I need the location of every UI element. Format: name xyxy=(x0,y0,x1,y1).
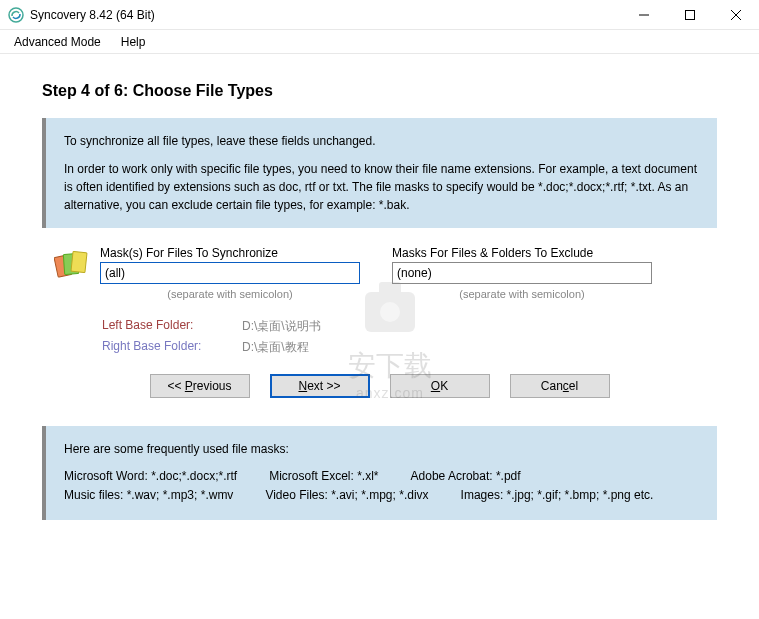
hint-video: Video Files: *.avi; *.mpg; *.divx xyxy=(265,486,428,505)
exclude-mask-input[interactable] xyxy=(392,262,652,284)
step-title: Step 4 of 6: Choose File Types xyxy=(42,82,717,100)
minimize-icon xyxy=(639,10,649,20)
right-folder-value: D:\桌面\教程 xyxy=(242,339,309,356)
close-button[interactable] xyxy=(713,0,759,30)
window-title: Syncovery 8.42 (64 Bit) xyxy=(30,8,621,22)
minimize-button[interactable] xyxy=(621,0,667,30)
svg-rect-7 xyxy=(71,251,87,272)
maximize-button[interactable] xyxy=(667,0,713,30)
sync-mask-input[interactable] xyxy=(100,262,360,284)
sync-mask-label: Mask(s) For Files To Synchronize xyxy=(100,246,360,260)
wizard-content: Step 4 of 6: Choose File Types To synchr… xyxy=(0,54,759,540)
wizard-buttons: << Previous Next >> OK Cancel xyxy=(42,374,717,398)
menu-help[interactable]: Help xyxy=(111,33,156,51)
hint-excel: Microsoft Excel: *.xl* xyxy=(269,467,378,486)
hints-row-2: Music files: *.wav; *.mp3; *.wmv Video F… xyxy=(64,486,699,505)
info-text-2: In order to work only with specific file… xyxy=(64,160,699,214)
menubar: Advanced Mode Help xyxy=(0,30,759,54)
hints-row-1: Microsoft Word: *.doc;*.docx;*.rtf Micro… xyxy=(64,467,699,486)
previous-button[interactable]: << Previous xyxy=(150,374,250,398)
exclude-mask-column: Masks For Files & Folders To Exclude (se… xyxy=(392,246,652,300)
left-folder-value: D:\桌面\说明书 xyxy=(242,318,321,335)
exclude-mask-hint: (separate with semicolon) xyxy=(392,288,652,300)
hint-acrobat: Adobe Acrobat: *.pdf xyxy=(411,467,521,486)
right-path-row: Right Base Folder: D:\桌面\教程 xyxy=(102,339,717,356)
mask-columns: Mask(s) For Files To Synchronize (separa… xyxy=(100,246,717,300)
left-folder-label: Left Base Folder: xyxy=(102,318,242,335)
hint-word: Microsoft Word: *.doc;*.docx;*.rtf xyxy=(64,467,237,486)
svg-point-0 xyxy=(9,8,23,22)
sync-mask-column: Mask(s) For Files To Synchronize (separa… xyxy=(100,246,360,300)
menu-advanced-mode[interactable]: Advanced Mode xyxy=(4,33,111,51)
right-folder-label: Right Base Folder: xyxy=(102,339,242,356)
cancel-button[interactable]: Cancel xyxy=(510,374,610,398)
app-icon xyxy=(8,7,24,23)
file-types-icon xyxy=(54,248,90,284)
hints-box: Here are some frequently used file masks… xyxy=(42,426,717,520)
left-path-row: Left Base Folder: D:\桌面\说明书 xyxy=(102,318,717,335)
info-text-1: To synchronize all file types, leave the… xyxy=(64,132,699,150)
next-button[interactable]: Next >> xyxy=(270,374,370,398)
window-controls xyxy=(621,0,759,30)
ok-button[interactable]: OK xyxy=(390,374,490,398)
hint-images: Images: *.jpg; *.gif; *.bmp; *.png etc. xyxy=(461,486,654,505)
masks-section: Mask(s) For Files To Synchronize (separa… xyxy=(42,246,717,300)
hint-music: Music files: *.wav; *.mp3; *.wmv xyxy=(64,486,233,505)
info-box: To synchronize all file types, leave the… xyxy=(42,118,717,228)
sync-mask-hint: (separate with semicolon) xyxy=(100,288,360,300)
close-icon xyxy=(731,10,741,20)
hints-intro: Here are some frequently used file masks… xyxy=(64,440,699,459)
exclude-mask-label: Masks For Files & Folders To Exclude xyxy=(392,246,652,260)
titlebar: Syncovery 8.42 (64 Bit) xyxy=(0,0,759,30)
svg-rect-2 xyxy=(686,10,695,19)
maximize-icon xyxy=(685,10,695,20)
paths-section: Left Base Folder: D:\桌面\说明书 Right Base F… xyxy=(42,318,717,356)
